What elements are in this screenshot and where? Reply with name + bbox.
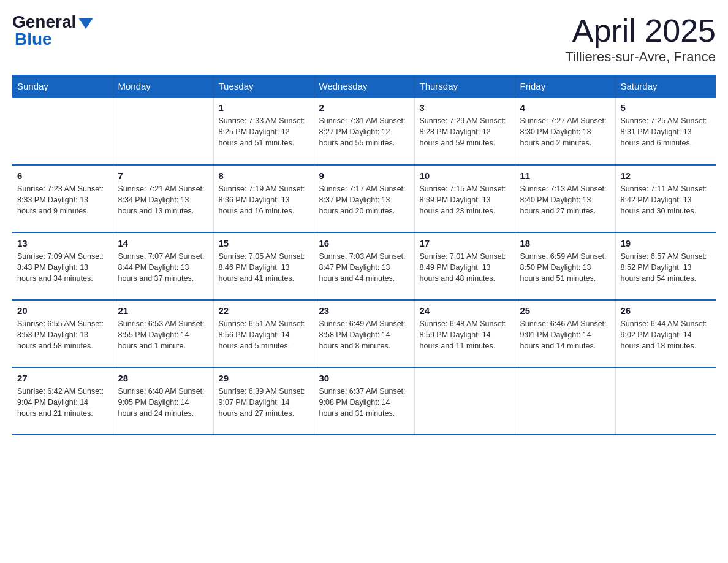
day-number: 18 (520, 238, 610, 248)
calendar-cell (515, 367, 615, 435)
calendar-header-sunday: Sunday (12, 75, 113, 98)
page-subtitle: Tillieres-sur-Avre, France (565, 49, 716, 65)
calendar-cell: 8Sunrise: 7:19 AM Sunset: 8:36 PM Daylig… (213, 165, 314, 232)
calendar-cell: 20Sunrise: 6:55 AM Sunset: 8:53 PM Dayli… (12, 300, 113, 367)
day-info: Sunrise: 7:33 AM Sunset: 8:25 PM Dayligh… (219, 115, 309, 148)
calendar-cell: 27Sunrise: 6:42 AM Sunset: 9:04 PM Dayli… (12, 367, 113, 435)
day-number: 4 (520, 102, 610, 113)
calendar-cell: 24Sunrise: 6:48 AM Sunset: 8:59 PM Dayli… (414, 300, 515, 367)
logo-blue-text: Blue (12, 29, 52, 49)
calendar-header-friday: Friday (515, 75, 615, 98)
page-header: General Blue April 2025 Tillieres-sur-Av… (12, 12, 716, 65)
day-number: 24 (420, 305, 510, 316)
calendar-week-row: 27Sunrise: 6:42 AM Sunset: 9:04 PM Dayli… (12, 367, 716, 435)
day-number: 23 (319, 305, 409, 316)
day-info: Sunrise: 7:19 AM Sunset: 8:36 PM Dayligh… (219, 183, 309, 216)
calendar-week-row: 20Sunrise: 6:55 AM Sunset: 8:53 PM Dayli… (12, 300, 716, 367)
day-info: Sunrise: 6:40 AM Sunset: 9:05 PM Dayligh… (118, 386, 208, 419)
calendar-cell: 9Sunrise: 7:17 AM Sunset: 8:37 PM Daylig… (314, 165, 414, 232)
day-info: Sunrise: 7:25 AM Sunset: 8:31 PM Dayligh… (621, 115, 711, 148)
day-number: 16 (319, 238, 409, 248)
calendar-cell: 21Sunrise: 6:53 AM Sunset: 8:55 PM Dayli… (113, 300, 213, 367)
day-info: Sunrise: 7:31 AM Sunset: 8:27 PM Dayligh… (319, 115, 409, 148)
day-info: Sunrise: 6:37 AM Sunset: 9:08 PM Dayligh… (319, 386, 409, 419)
day-info: Sunrise: 7:01 AM Sunset: 8:49 PM Dayligh… (420, 251, 510, 284)
calendar-week-row: 13Sunrise: 7:09 AM Sunset: 8:43 PM Dayli… (12, 232, 716, 300)
day-number: 1 (219, 102, 309, 113)
day-info: Sunrise: 6:48 AM Sunset: 8:59 PM Dayligh… (420, 318, 510, 351)
day-number: 25 (520, 305, 610, 316)
calendar-cell: 14Sunrise: 7:07 AM Sunset: 8:44 PM Dayli… (113, 232, 213, 300)
calendar-cell: 16Sunrise: 7:03 AM Sunset: 8:47 PM Dayli… (314, 232, 414, 300)
day-number: 5 (621, 102, 711, 113)
day-info: Sunrise: 7:21 AM Sunset: 8:34 PM Dayligh… (118, 183, 208, 216)
calendar-cell: 30Sunrise: 6:37 AM Sunset: 9:08 PM Dayli… (314, 367, 414, 435)
calendar-cell (615, 367, 716, 435)
day-info: Sunrise: 6:49 AM Sunset: 8:58 PM Dayligh… (319, 318, 409, 351)
day-number: 20 (17, 305, 108, 316)
calendar-week-row: 6Sunrise: 7:23 AM Sunset: 8:33 PM Daylig… (12, 165, 716, 232)
day-info: Sunrise: 6:53 AM Sunset: 8:55 PM Dayligh… (118, 318, 208, 351)
day-info: Sunrise: 7:11 AM Sunset: 8:42 PM Dayligh… (621, 183, 711, 216)
calendar-cell: 18Sunrise: 6:59 AM Sunset: 8:50 PM Dayli… (515, 232, 615, 300)
calendar-cell: 22Sunrise: 6:51 AM Sunset: 8:56 PM Dayli… (213, 300, 314, 367)
day-number: 9 (319, 170, 409, 181)
day-number: 27 (17, 373, 108, 383)
calendar-header-tuesday: Tuesday (213, 75, 314, 98)
day-info: Sunrise: 6:55 AM Sunset: 8:53 PM Dayligh… (17, 318, 108, 351)
day-info: Sunrise: 6:59 AM Sunset: 8:50 PM Dayligh… (520, 251, 610, 284)
calendar-header-saturday: Saturday (615, 75, 716, 98)
day-number: 12 (621, 170, 711, 181)
day-number: 28 (118, 373, 208, 383)
day-number: 3 (420, 102, 510, 113)
day-number: 21 (118, 305, 208, 316)
calendar-cell: 7Sunrise: 7:21 AM Sunset: 8:34 PM Daylig… (113, 165, 213, 232)
day-number: 15 (219, 238, 309, 248)
day-info: Sunrise: 6:39 AM Sunset: 9:07 PM Dayligh… (219, 386, 309, 419)
calendar-cell (414, 367, 515, 435)
calendar-cell (113, 98, 213, 165)
calendar-cell: 10Sunrise: 7:15 AM Sunset: 8:39 PM Dayli… (414, 165, 515, 232)
calendar-cell: 12Sunrise: 7:11 AM Sunset: 8:42 PM Dayli… (615, 165, 716, 232)
day-info: Sunrise: 7:17 AM Sunset: 8:37 PM Dayligh… (319, 183, 409, 216)
day-info: Sunrise: 6:57 AM Sunset: 8:52 PM Dayligh… (621, 251, 711, 284)
day-info: Sunrise: 6:51 AM Sunset: 8:56 PM Dayligh… (219, 318, 309, 351)
day-info: Sunrise: 6:46 AM Sunset: 9:01 PM Dayligh… (520, 318, 610, 351)
day-info: Sunrise: 7:03 AM Sunset: 8:47 PM Dayligh… (319, 251, 409, 284)
calendar-table: SundayMondayTuesdayWednesdayThursdayFrid… (12, 75, 716, 435)
calendar-cell: 26Sunrise: 6:44 AM Sunset: 9:02 PM Dayli… (615, 300, 716, 367)
logo-arrow-icon (78, 18, 93, 29)
day-number: 26 (621, 305, 711, 316)
day-info: Sunrise: 7:13 AM Sunset: 8:40 PM Dayligh… (520, 183, 610, 216)
calendar-cell: 3Sunrise: 7:29 AM Sunset: 8:28 PM Daylig… (414, 98, 515, 165)
day-number: 10 (420, 170, 510, 181)
day-number: 19 (621, 238, 711, 248)
day-number: 8 (219, 170, 309, 181)
day-info: Sunrise: 7:29 AM Sunset: 8:28 PM Dayligh… (420, 115, 510, 148)
calendar-cell: 1Sunrise: 7:33 AM Sunset: 8:25 PM Daylig… (213, 98, 314, 165)
calendar-cell: 2Sunrise: 7:31 AM Sunset: 8:27 PM Daylig… (314, 98, 414, 165)
day-number: 30 (319, 373, 409, 383)
calendar-cell: 29Sunrise: 6:39 AM Sunset: 9:07 PM Dayli… (213, 367, 314, 435)
calendar-cell (12, 98, 113, 165)
calendar-header-row: SundayMondayTuesdayWednesdayThursdayFrid… (12, 75, 716, 98)
day-info: Sunrise: 7:07 AM Sunset: 8:44 PM Dayligh… (118, 251, 208, 284)
calendar-week-row: 1Sunrise: 7:33 AM Sunset: 8:25 PM Daylig… (12, 98, 716, 165)
title-block: April 2025 Tillieres-sur-Avre, France (565, 12, 716, 65)
calendar-cell: 28Sunrise: 6:40 AM Sunset: 9:05 PM Dayli… (113, 367, 213, 435)
day-number: 7 (118, 170, 208, 181)
day-info: Sunrise: 7:05 AM Sunset: 8:46 PM Dayligh… (219, 251, 309, 284)
page-title: April 2025 (565, 12, 716, 49)
logo: General Blue (12, 12, 93, 49)
calendar-cell: 13Sunrise: 7:09 AM Sunset: 8:43 PM Dayli… (12, 232, 113, 300)
day-info: Sunrise: 7:23 AM Sunset: 8:33 PM Dayligh… (17, 183, 108, 216)
calendar-cell: 4Sunrise: 7:27 AM Sunset: 8:30 PM Daylig… (515, 98, 615, 165)
calendar-cell: 23Sunrise: 6:49 AM Sunset: 8:58 PM Dayli… (314, 300, 414, 367)
day-number: 14 (118, 238, 208, 248)
day-number: 13 (17, 238, 108, 248)
day-info: Sunrise: 7:27 AM Sunset: 8:30 PM Dayligh… (520, 115, 610, 148)
calendar-cell: 11Sunrise: 7:13 AM Sunset: 8:40 PM Dayli… (515, 165, 615, 232)
calendar-header-monday: Monday (113, 75, 213, 98)
day-number: 6 (17, 170, 108, 181)
day-number: 29 (219, 373, 309, 383)
